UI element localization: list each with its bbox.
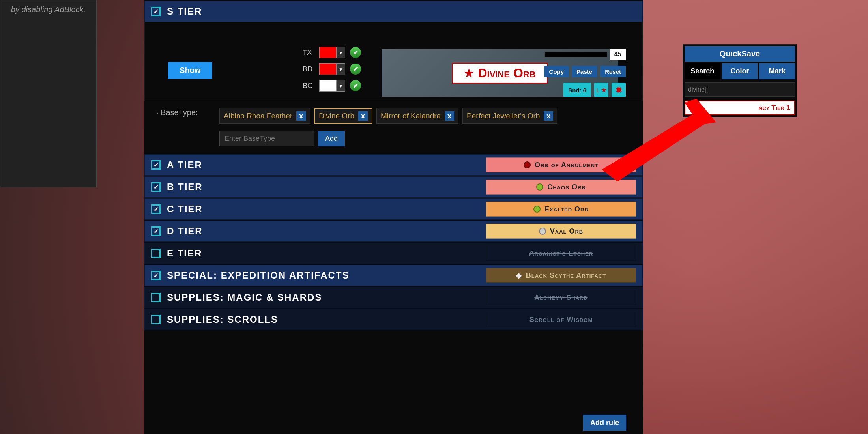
tier-checkbox[interactable]: [151, 249, 161, 258]
color-swatch[interactable]: [319, 80, 337, 92]
quicksave-title[interactable]: QuickSave: [685, 46, 795, 62]
color-swatch[interactable]: [319, 63, 337, 75]
adblock-text: by disabling AdBlock.: [11, 5, 86, 14]
confirm-icon[interactable]: ✔: [350, 64, 361, 75]
remove-tag-button[interactable]: x: [544, 111, 553, 121]
tier-preview-chip[interactable]: Exalted Orb: [486, 202, 636, 217]
tier-header[interactable]: E TIER Arcanist's Etcher: [144, 243, 643, 264]
tier-preview-chip[interactable]: Arcanist's Etcher: [486, 246, 636, 261]
confirm-icon[interactable]: ✔: [350, 47, 361, 58]
paste-button[interactable]: Paste: [572, 66, 597, 77]
chip-item-name: Chaos Orb: [547, 183, 586, 191]
adblock-notice: by disabling AdBlock.: [0, 0, 97, 187]
basetype-tag[interactable]: Perfect Jeweller's Orb x: [462, 108, 557, 124]
tier-row: C TIER Exalted Orb: [144, 198, 643, 220]
chip-item-name: Scroll of Wisdom: [529, 316, 593, 324]
chip-item-name: Alchemy Shard: [534, 294, 587, 302]
hex-star-icon: ✹: [615, 85, 622, 95]
tier-preview-chip[interactable]: ◆Black Scythe Artifact: [486, 268, 636, 283]
tier-label: A TIER: [167, 159, 486, 170]
tier-row: E TIER Arcanist's Etcher: [144, 243, 643, 264]
chevron-down-icon[interactable]: ▼: [337, 80, 345, 92]
tier-header[interactable]: A TIER Orb of Annulment: [144, 154, 643, 176]
tier-header[interactable]: C TIER Exalted Orb: [144, 198, 643, 220]
reset-button[interactable]: Reset: [600, 66, 626, 77]
color-label: BG: [303, 82, 316, 90]
tab-mark[interactable]: Mark: [759, 63, 795, 79]
chip-item-name: Arcanist's Etcher: [529, 249, 593, 258]
size-value[interactable]: 45: [610, 49, 626, 60]
tier-preview-chip[interactable]: Vaal Orb: [486, 224, 636, 239]
size-slider[interactable]: [544, 52, 608, 57]
tier-checkbox[interactable]: [151, 315, 161, 324]
tier-s-label: S TIER: [167, 6, 636, 17]
chevron-down-icon[interactable]: ▼: [337, 63, 345, 75]
size-slider-row: 45: [544, 49, 626, 60]
remove-tag-button[interactable]: x: [445, 111, 454, 121]
tier-label: SUPPLIES: SCROLLS: [167, 314, 486, 325]
diamond-icon: ◆: [516, 271, 522, 280]
star-icon: ★: [464, 67, 474, 80]
color-label: TX: [303, 49, 316, 57]
tier-preview-chip[interactable]: Scroll of Wisdom: [486, 312, 636, 327]
basetype-tag[interactable]: Divine Orb x: [314, 108, 372, 124]
show-button[interactable]: Show: [168, 62, 212, 79]
remove-tag-button[interactable]: x: [358, 111, 368, 121]
add-rule-button[interactable]: Add rule: [583, 415, 626, 431]
search-input[interactable]: divine|: [685, 82, 795, 97]
tier-s-checkbox[interactable]: [151, 7, 161, 16]
tier-header[interactable]: SPECIAL: EXPEDITION ARTIFACTS ◆Black Scy…: [144, 265, 643, 286]
tier-header[interactable]: D TIER Vaal Orb: [144, 221, 643, 242]
remove-tag-button[interactable]: x: [296, 111, 306, 121]
orb-icon: [533, 206, 541, 213]
tier-s-header[interactable]: S TIER: [144, 1, 643, 22]
basetype-tags: Albino Rhoa Feather x Divine Orb x Mirro…: [219, 108, 631, 124]
color-row-tx: TX ▼ ✔: [303, 45, 361, 60]
chip-item-name: Black Scythe Artifact: [526, 271, 606, 280]
tier-checkbox[interactable]: [151, 293, 161, 302]
basetype-row: · BaseType: Albino Rhoa Feather x Divine…: [144, 101, 643, 131]
tier-header[interactable]: SUPPLIES: MAGIC & SHARDS Alchemy Shard: [144, 287, 643, 308]
chip-item-name: Orb of Annulment: [535, 161, 599, 169]
copy-button[interactable]: Copy: [544, 66, 569, 77]
search-result[interactable]: ncy Tier 1: [685, 101, 795, 115]
tier-row: B TIER Chaos Orb: [144, 176, 643, 198]
tier-header[interactable]: B TIER Chaos Orb: [144, 176, 643, 198]
filter-editor-panel: S TIER Show TX ▼ ✔ BD ▼ ✔ BG ▼ ✔: [144, 0, 643, 434]
tier-row: SPECIAL: EXPEDITION ARTIFACTS ◆Black Scy…: [144, 265, 643, 286]
color-swatch[interactable]: [319, 47, 337, 58]
tier-header[interactable]: SUPPLIES: SCROLLS Scroll of Wisdom: [144, 309, 643, 330]
basetype-input[interactable]: [219, 131, 314, 146]
tier-checkbox[interactable]: [151, 271, 161, 280]
tab-search[interactable]: Search: [685, 63, 720, 79]
tier-checkbox[interactable]: [151, 182, 161, 192]
sound-button[interactable]: Snd: 6: [563, 83, 591, 97]
tag-text: Albino Rhoa Feather: [224, 112, 292, 120]
tag-text: Mirror of Kalandra: [381, 112, 441, 120]
tab-color[interactable]: Color: [722, 63, 758, 79]
preview-text: Divine Orb: [478, 66, 535, 80]
chip-item-name: Exalted Orb: [544, 205, 589, 213]
tier-preview-chip[interactable]: Alchemy Shard: [486, 290, 636, 305]
tier-checkbox[interactable]: [151, 226, 161, 236]
l-star-button[interactable]: L★: [594, 83, 608, 97]
add-basetype-button[interactable]: Add: [318, 131, 345, 146]
right-controls: 45 Copy Paste Reset Snd: 6 L★ ✹: [544, 49, 626, 97]
tier-row: D TIER Vaal Orb: [144, 221, 643, 242]
tier-preview-chip[interactable]: Orb of Annulment: [486, 157, 636, 172]
color-row-bd: BD ▼ ✔: [303, 62, 361, 76]
tier-row: A TIER Orb of Annulment: [144, 154, 643, 176]
basetype-tag[interactable]: Albino Rhoa Feather x: [219, 108, 310, 124]
chevron-down-icon[interactable]: ▼: [337, 47, 345, 58]
circle-star-button[interactable]: ✹: [612, 83, 626, 97]
tier-label: D TIER: [167, 226, 486, 237]
tier-row: SUPPLIES: MAGIC & SHARDS Alchemy Shard: [144, 287, 643, 308]
tier-checkbox[interactable]: [151, 204, 161, 214]
orb-icon: [536, 183, 543, 191]
basetype-tag[interactable]: Mirror of Kalandra x: [376, 108, 458, 124]
tier-preview-chip[interactable]: Chaos Orb: [486, 180, 636, 195]
tier-label: E TIER: [167, 248, 486, 259]
confirm-icon[interactable]: ✔: [350, 80, 361, 91]
tier-checkbox[interactable]: [151, 160, 161, 170]
tier-s-body: Show TX ▼ ✔ BD ▼ ✔ BG ▼ ✔: [144, 22, 643, 101]
